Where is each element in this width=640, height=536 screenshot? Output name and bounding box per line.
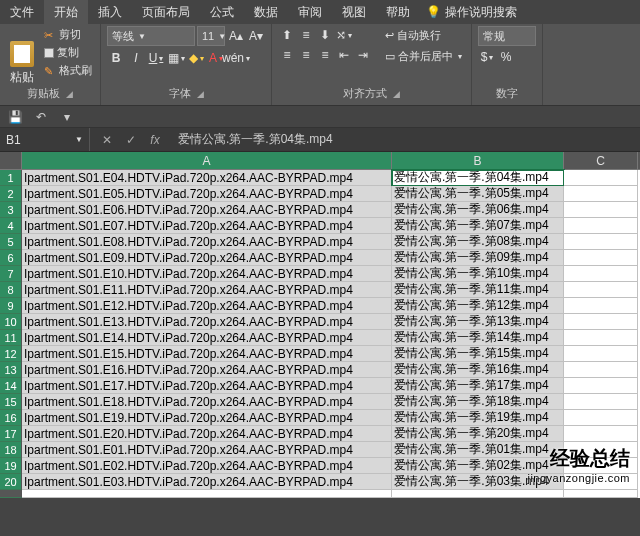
cell[interactable]: 爱情公寓.第一季.第06集.mp4	[392, 202, 564, 218]
cell[interactable]: Ipartment.S01.E02.HDTV.iPad.720p.x264.AA…	[22, 458, 392, 474]
tab-view[interactable]: 视图	[332, 0, 376, 25]
cell[interactable]: 爱情公寓.第一季.第07集.mp4	[392, 218, 564, 234]
merge-center-button[interactable]: ▭合并后居中	[382, 47, 465, 66]
wrap-text-button[interactable]: ↩自动换行	[382, 26, 465, 45]
paste-button[interactable]: 粘贴	[6, 26, 38, 86]
row-header[interactable]: 5	[0, 234, 22, 250]
cell[interactable]: 爱情公寓.第一季.第16集.mp4	[392, 362, 564, 378]
cell[interactable]: Ipartment.S01.E07.HDTV.iPad.720p.x264.AA…	[22, 218, 392, 234]
align-right-button[interactable]: ≡	[316, 46, 334, 64]
align-top-button[interactable]: ⬆	[278, 26, 296, 44]
cell[interactable]: 爱情公寓.第一季.第12集.mp4	[392, 298, 564, 314]
tab-formula[interactable]: 公式	[200, 0, 244, 25]
border-button[interactable]: ▦	[167, 49, 185, 67]
cell[interactable]	[564, 394, 638, 410]
cell[interactable]	[564, 426, 638, 442]
row-header[interactable]: 2	[0, 186, 22, 202]
cell[interactable]: Ipartment.S01.E12.HDTV.iPad.720p.x264.AA…	[22, 298, 392, 314]
format-painter-button[interactable]: ✎格式刷	[42, 62, 94, 79]
cell[interactable]: Ipartment.S01.E09.HDTV.iPad.720p.x264.AA…	[22, 250, 392, 266]
cell[interactable]: 爱情公寓.第一季.第17集.mp4	[392, 378, 564, 394]
cell[interactable]: 爱情公寓.第一季.第10集.mp4	[392, 266, 564, 282]
row-header[interactable]: 17	[0, 426, 22, 442]
tab-data[interactable]: 数据	[244, 0, 288, 25]
font-size-combo[interactable]: 11▼	[197, 26, 225, 46]
column-header-c[interactable]: C	[564, 152, 638, 169]
cancel-formula-button[interactable]: ✕	[98, 131, 116, 149]
row-header[interactable]: 10	[0, 314, 22, 330]
cell[interactable]	[564, 490, 638, 498]
cell[interactable]	[564, 282, 638, 298]
row-header[interactable]: 18	[0, 442, 22, 458]
row-header[interactable]: 11	[0, 330, 22, 346]
accounting-format-button[interactable]: $	[478, 48, 496, 66]
cell[interactable]: Ipartment.S01.E19.HDTV.iPad.720p.x264.AA…	[22, 410, 392, 426]
tab-review[interactable]: 审阅	[288, 0, 332, 25]
cell[interactable]: 爱情公寓.第一季.第08集.mp4	[392, 234, 564, 250]
tab-help[interactable]: 帮助	[376, 0, 420, 25]
row-header[interactable]: 14	[0, 378, 22, 394]
cell[interactable]: Ipartment.S01.E04.HDTV.iPad.720p.x264.AA…	[22, 170, 392, 186]
tab-layout[interactable]: 页面布局	[132, 0, 200, 25]
tell-me-search[interactable]: 💡 操作说明搜索	[426, 4, 517, 21]
qat-customize-button[interactable]: ▾	[58, 108, 76, 126]
column-header-b[interactable]: B	[392, 152, 564, 169]
cell[interactable]	[564, 250, 638, 266]
cell[interactable]: 爱情公寓.第一季.第14集.mp4	[392, 330, 564, 346]
cell[interactable]: Ipartment.S01.E13.HDTV.iPad.720p.x264.AA…	[22, 314, 392, 330]
row-header[interactable]: 9	[0, 298, 22, 314]
cell[interactable]: Ipartment.S01.E06.HDTV.iPad.720p.x264.AA…	[22, 202, 392, 218]
cell[interactable]: Ipartment.S01.E14.HDTV.iPad.720p.x264.AA…	[22, 330, 392, 346]
cell[interactable]	[564, 186, 638, 202]
cell[interactable]: 爱情公寓.第一季.第11集.mp4	[392, 282, 564, 298]
tab-file[interactable]: 文件	[0, 0, 44, 25]
align-bottom-button[interactable]: ⬇	[316, 26, 334, 44]
font-launcher-icon[interactable]: ◢	[197, 89, 204, 99]
cell[interactable]: Ipartment.S01.E18.HDTV.iPad.720p.x264.AA…	[22, 394, 392, 410]
clipboard-launcher-icon[interactable]: ◢	[66, 89, 73, 99]
cell[interactable]	[564, 266, 638, 282]
row-header[interactable]	[0, 490, 22, 498]
decrease-font-button[interactable]: A▾	[247, 27, 265, 45]
insert-function-button[interactable]: fx	[146, 131, 164, 149]
cell[interactable]: 爱情公寓.第一季.第04集.mp4	[392, 170, 564, 186]
cell[interactable]: Ipartment.S01.E16.HDTV.iPad.720p.x264.AA…	[22, 362, 392, 378]
align-middle-button[interactable]: ≡	[297, 26, 315, 44]
cell[interactable]	[564, 170, 638, 186]
row-header[interactable]: 16	[0, 410, 22, 426]
underline-button[interactable]: U	[147, 49, 165, 67]
cell[interactable]: Ipartment.S01.E01.HDTV.iPad.720p.x264.AA…	[22, 442, 392, 458]
row-header[interactable]: 15	[0, 394, 22, 410]
row-header[interactable]: 4	[0, 218, 22, 234]
cell[interactable]	[22, 490, 392, 498]
decrease-indent-button[interactable]: ⇤	[335, 46, 353, 64]
cell[interactable]: Ipartment.S01.E20.HDTV.iPad.720p.x264.AA…	[22, 426, 392, 442]
row-header[interactable]: 3	[0, 202, 22, 218]
row-header[interactable]: 19	[0, 458, 22, 474]
row-header[interactable]: 20	[0, 474, 22, 490]
column-header-a[interactable]: A	[22, 152, 392, 169]
cell[interactable]	[564, 362, 638, 378]
cell[interactable]	[564, 378, 638, 394]
cell[interactable]	[564, 346, 638, 362]
cell[interactable]	[564, 298, 638, 314]
cell[interactable]: 爱情公寓.第一季.第20集.mp4	[392, 426, 564, 442]
select-all-corner[interactable]	[0, 152, 22, 169]
name-box[interactable]: B1▼	[0, 128, 90, 151]
orientation-button[interactable]: ⤭	[335, 26, 353, 44]
cell[interactable]: Ipartment.S01.E17.HDTV.iPad.720p.x264.AA…	[22, 378, 392, 394]
cell[interactable]	[564, 314, 638, 330]
formula-input[interactable]: 爱情公寓.第一季.第04集.mp4	[172, 131, 640, 148]
row-header[interactable]: 8	[0, 282, 22, 298]
cell[interactable]: 爱情公寓.第一季.第05集.mp4	[392, 186, 564, 202]
align-left-button[interactable]: ≡	[278, 46, 296, 64]
cell[interactable]	[392, 490, 564, 498]
cut-button[interactable]: ✂剪切	[42, 26, 94, 43]
cell[interactable]: 爱情公寓.第一季.第09集.mp4	[392, 250, 564, 266]
undo-button[interactable]: ↶	[32, 108, 50, 126]
row-header[interactable]: 1	[0, 170, 22, 186]
tab-insert[interactable]: 插入	[88, 0, 132, 25]
cell[interactable]	[564, 410, 638, 426]
cell[interactable]	[564, 234, 638, 250]
copy-button[interactable]: 复制	[42, 44, 94, 61]
